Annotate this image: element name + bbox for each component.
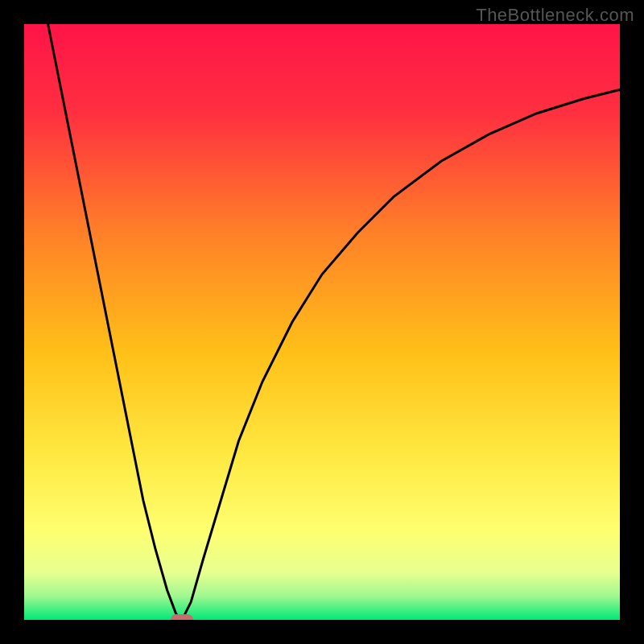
curve-left-branch: [48, 24, 183, 620]
watermark-text: TheBottleneck.com: [476, 5, 634, 26]
curve-plot: [24, 24, 620, 620]
chart-container: [24, 24, 620, 620]
curve-right-branch: [182, 89, 620, 620]
minimum-marker: [171, 614, 193, 620]
